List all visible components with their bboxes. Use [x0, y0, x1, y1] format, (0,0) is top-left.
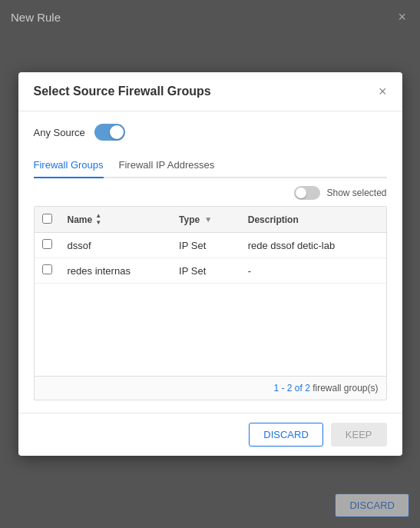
modal-body: Any Source Firewall Groups Firewall IP A…: [18, 111, 402, 413]
sort-up-icon: ▲: [95, 213, 101, 219]
pagination-range: 1 - 2 of 2 firewall group(s): [273, 383, 378, 394]
row-checkbox-cell: [35, 258, 60, 284]
table-body: dssof IP Set rede dssof detic-lab redes …: [35, 233, 386, 376]
tabs-container: Firewall Groups Firewall IP Addresses: [34, 153, 387, 178]
modal-close-button[interactable]: ×: [379, 85, 387, 98]
row-checkbox-cell: [35, 233, 60, 258]
modal: Select Source Firewall Groups × Any Sour…: [18, 72, 402, 456]
tab-firewall-groups[interactable]: Firewall Groups: [34, 153, 104, 178]
show-selected-toggle[interactable]: [294, 186, 320, 200]
row-2-description: -: [240, 258, 386, 284]
table-header-row: Name ▲ ▼ Type ▼: [35, 207, 386, 233]
row-1-type: IP Set: [171, 233, 240, 258]
table: Name ▲ ▼ Type ▼: [35, 207, 386, 376]
toggle-slider: [94, 124, 125, 141]
pagination-range-highlight: 1 - 2 of 2: [273, 383, 313, 394]
show-selected-row: Show selected: [34, 186, 387, 200]
keep-button[interactable]: KEEP: [331, 423, 387, 447]
row-2-type: IP Set: [171, 258, 240, 284]
header-name[interactable]: Name ▲ ▼: [60, 207, 172, 233]
tab-firewall-ip-addresses[interactable]: Firewall IP Addresses: [119, 153, 215, 178]
any-source-row: Any Source: [34, 124, 387, 141]
row-2-name: redes internas: [60, 258, 172, 284]
pagination-suffix: firewall group(s): [313, 383, 378, 394]
any-source-toggle[interactable]: [94, 124, 125, 141]
firewall-groups-table: Name ▲ ▼ Type ▼: [34, 206, 387, 400]
table-row: redes internas IP Set -: [35, 258, 386, 284]
sort-icons: ▲ ▼: [95, 213, 101, 226]
show-selected-label: Show selected: [326, 188, 386, 198]
empty-rows: [35, 284, 386, 376]
sort-down-icon: ▼: [95, 220, 101, 226]
type-filter-icon: ▼: [204, 215, 212, 224]
table-header: Name ▲ ▼ Type ▼: [35, 207, 386, 233]
row-1-checkbox[interactable]: [42, 239, 52, 249]
modal-title: Select Source Firewall Groups: [34, 85, 211, 98]
discard-button[interactable]: DISCARD: [249, 423, 323, 447]
modal-footer: DISCARD KEEP: [18, 413, 402, 456]
header-description: Description: [240, 207, 386, 233]
row-1-description: rede dssof detic-lab: [240, 233, 386, 258]
modal-overlay: Select Source Firewall Groups × Any Sour…: [0, 0, 420, 528]
table-footer: 1 - 2 of 2 firewall group(s): [35, 376, 386, 400]
row-2-checkbox[interactable]: [42, 264, 52, 274]
header-type[interactable]: Type ▼: [171, 207, 240, 233]
row-1-name: dssof: [60, 233, 172, 258]
any-source-label: Any Source: [34, 127, 85, 138]
table-row: dssof IP Set rede dssof detic-lab: [35, 233, 386, 258]
show-selected-slider: [294, 186, 320, 200]
header-checkbox-col: [35, 207, 60, 233]
modal-header: Select Source Firewall Groups ×: [18, 72, 402, 111]
select-all-checkbox[interactable]: [42, 214, 52, 224]
